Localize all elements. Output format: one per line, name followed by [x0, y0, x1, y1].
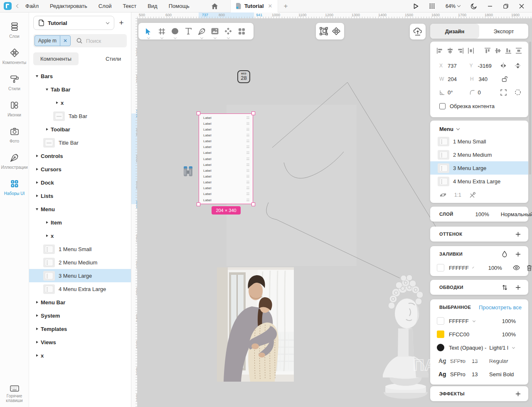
caret-closed-icon[interactable] — [33, 328, 41, 330]
rotation-value[interactable]: 0° — [448, 89, 470, 96]
distribute-horizontal-button[interactable] — [467, 47, 475, 54]
tab-styles[interactable]: Стили — [99, 52, 128, 65]
view-all-link[interactable]: Просмотреть все — [479, 304, 522, 311]
tree-item-templates[interactable]: Templates — [29, 322, 131, 335]
tree-item-cursors[interactable]: Cursors — [29, 163, 131, 176]
caret-closed-icon[interactable] — [33, 155, 41, 157]
add-tint-button[interactable] — [514, 230, 522, 238]
sidebar-item-photos[interactable]: Фото — [0, 126, 29, 143]
caret-open-icon[interactable] — [33, 208, 41, 210]
search-input-wrap[interactable]: Apple m ✕ — [33, 34, 127, 47]
components-panel-button[interactable] — [332, 27, 340, 35]
restore-button[interactable] — [498, 0, 514, 12]
statue-object[interactable] — [379, 267, 431, 400]
tree-item-menu-bar[interactable]: Menu Bar — [29, 296, 131, 309]
caret-open-icon[interactable] — [43, 89, 51, 91]
chevron-down-icon[interactable] — [473, 319, 475, 322]
fill-color-swatch[interactable] — [437, 264, 444, 271]
menu-item-1[interactable]: Редактировать — [50, 3, 87, 9]
caret-closed-icon[interactable] — [33, 168, 41, 170]
hex-label[interactable]: FFCC00 — [449, 331, 469, 338]
component-dropdown[interactable]: Menu — [430, 123, 528, 135]
radius-value[interactable]: 0 — [478, 89, 500, 96]
chevron-down-icon[interactable] — [472, 266, 474, 268]
menu-item-4[interactable]: Вид — [148, 3, 158, 9]
selected-component[interactable]: LabelLabelLabelLabelLabelLabelLabelLabel… — [199, 113, 253, 204]
color-swatch[interactable] — [437, 317, 444, 325]
tree-item-system[interactable]: System — [29, 309, 131, 322]
lock-ratio-button[interactable] — [501, 75, 508, 83]
menu-item-2[interactable]: Слой — [99, 3, 112, 9]
sidebar-item-styles[interactable]: Стили — [0, 74, 29, 91]
fill-hex-label[interactable]: FFFFFF — [449, 265, 469, 271]
sidebar-item-layers[interactable]: Слои — [0, 22, 29, 39]
align-top-button[interactable] — [484, 47, 491, 54]
photo-object[interactable] — [217, 267, 294, 382]
pen-tool[interactable] — [195, 23, 208, 39]
play-button[interactable] — [408, 0, 424, 12]
text-style-value[interactable]: Light/1 l — [489, 345, 508, 351]
caret-closed-icon[interactable] — [33, 354, 41, 357]
tree-item-4-menu-extra-large[interactable]: 4 Menu Extra Large — [29, 282, 131, 296]
variant-2-menu-medium[interactable]: 2 Menu Medium — [430, 148, 528, 161]
layer-opacity[interactable]: 100% — [475, 211, 489, 217]
tab-export[interactable]: Экспорт — [479, 24, 528, 39]
close-button[interactable] — [514, 0, 530, 12]
distribute-vertical-button[interactable] — [515, 47, 522, 54]
resize-handle[interactable] — [251, 202, 255, 206]
search-input[interactable] — [85, 37, 126, 44]
chevron-down-icon[interactable] — [512, 345, 515, 348]
tree-item-controls[interactable]: Controls — [29, 149, 131, 163]
tree-item-lists[interactable]: Lists — [29, 189, 131, 202]
x-value[interactable]: 737 — [448, 63, 470, 69]
sidebar-item-illustrations[interactable]: Иллюстрации — [0, 153, 29, 170]
add-effect-button[interactable] — [514, 390, 522, 397]
sidebar-item-icons[interactable]: Иконки — [0, 100, 29, 117]
font-row[interactable]: Ag SFPro 13 Regular — [430, 354, 528, 368]
caret-closed-icon[interactable] — [53, 101, 61, 104]
variant-3-menu-large[interactable]: 3 Menu Large — [430, 161, 528, 175]
frame-resize-button[interactable] — [500, 89, 507, 96]
sidebar-item-ui-kits[interactable]: Наборы UI — [0, 179, 29, 196]
tree-item-dock[interactable]: Dock — [29, 176, 131, 189]
shape-tool[interactable] — [168, 23, 182, 39]
filter-tag-remove-icon[interactable]: ✕ — [60, 36, 70, 46]
clip-content-checkbox[interactable] — [439, 103, 446, 109]
w-value[interactable]: 204 — [448, 76, 470, 82]
apps-grid-button[interactable] — [424, 0, 440, 12]
swap-instance-button[interactable] — [439, 191, 447, 199]
caret-closed-icon[interactable] — [33, 301, 41, 303]
panel-scrollbar[interactable] — [529, 19, 531, 405]
document-tab[interactable]: Tutorial ✕ — [230, 0, 278, 12]
components-tool[interactable] — [222, 23, 235, 39]
align-right-button[interactable] — [457, 47, 464, 54]
variant-4-menu-extra-large[interactable]: 4 Menu Extra Large — [430, 175, 528, 188]
home-button[interactable] — [209, 1, 220, 11]
text-color-swatch[interactable] — [437, 344, 444, 351]
tree-item-3-menu-large[interactable]: 3 Menu Large — [29, 269, 131, 282]
tree-item-1-menu-small[interactable]: 1 Menu Small — [29, 242, 131, 256]
align-left-button[interactable] — [436, 47, 443, 54]
frame-tool[interactable] — [155, 23, 168, 39]
tree-item-views[interactable]: Views — [29, 335, 131, 349]
binoculars-object[interactable] — [184, 165, 192, 178]
resize-handle[interactable] — [197, 111, 200, 115]
new-tab-button[interactable]: + — [284, 2, 288, 10]
tab-design[interactable]: Дизайн — [430, 24, 479, 39]
minimize-button[interactable] — [482, 0, 498, 12]
align-horizontal-center-button[interactable] — [446, 47, 454, 54]
upload-button[interactable] — [410, 24, 426, 39]
tree-item-toolbar[interactable]: Toolbar — [29, 123, 131, 136]
back-chevron-icon[interactable] — [16, 4, 20, 8]
search-filter-tag[interactable]: Apple m ✕ — [34, 35, 71, 46]
align-bottom-button[interactable] — [505, 47, 512, 54]
select-tool[interactable] — [142, 23, 155, 39]
tree-item-2-menu-medium[interactable]: 2 Menu Medium — [29, 256, 131, 269]
caret-closed-icon[interactable] — [33, 341, 41, 343]
dashed-circle-button[interactable] — [514, 89, 522, 96]
resize-handle[interactable] — [251, 111, 255, 115]
text-tool[interactable] — [182, 23, 195, 39]
add-fill-button[interactable] — [514, 250, 522, 258]
y-value[interactable]: -3169 — [478, 63, 500, 69]
droplet-icon[interactable] — [501, 250, 508, 258]
